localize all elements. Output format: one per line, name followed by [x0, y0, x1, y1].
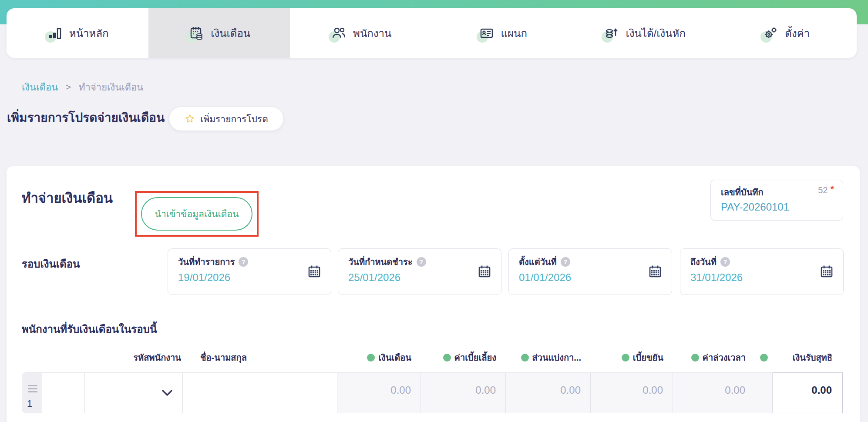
- col-net: เงินรับสุทธิ: [773, 349, 843, 366]
- col-overtime: ค่าล่วงเวลา: [673, 349, 755, 366]
- divider: [22, 246, 844, 246]
- help-icon[interactable]: ?: [417, 257, 426, 267]
- tab-home-label: หน้าหลัก: [69, 25, 109, 42]
- payroll-card-title: ทำจ่ายเงินเดือน: [22, 187, 113, 209]
- red-highlight-rectangle: นำเข้าข้อมูลเงินเดือน: [135, 191, 259, 237]
- calendar-icon[interactable]: [820, 265, 834, 278]
- add-favorite-button[interactable]: เพิ่มรายการโปรด: [169, 107, 284, 131]
- tab-payroll-label: เงินเดือน: [211, 25, 250, 42]
- required-asterisk: *: [830, 184, 834, 195]
- col-full-name: ชื่อ-นามสกุล: [183, 349, 337, 366]
- coins-arrow-icon: [603, 24, 620, 42]
- breadcrumb-parent-link[interactable]: เงินเดือน: [22, 80, 58, 95]
- id-card-icon: [478, 24, 495, 42]
- calendar-coins-icon: [188, 24, 205, 42]
- col-salary: เงินเดือน: [337, 349, 421, 366]
- divider: [22, 313, 844, 313]
- transaction-date-value[interactable]: 19/01/2026: [178, 271, 230, 284]
- col-code-extra: [42, 349, 85, 366]
- col-extra-dot: [755, 349, 773, 366]
- breadcrumb: เงินเดือน > ทำจ่ายเงินเดือน: [22, 80, 143, 95]
- row-cell-code-extra[interactable]: [42, 372, 85, 413]
- breadcrumb-current: ทำจ่ายเงินเดือน: [79, 80, 143, 95]
- row-cell-salary: 0.00: [337, 372, 421, 413]
- record-number-label: เลขที่บันทึก: [721, 185, 764, 199]
- row-cell-net: 0.00: [773, 372, 843, 413]
- row-cell-diligence: 0.00: [591, 372, 673, 413]
- start-date-value[interactable]: 01/01/2026: [519, 271, 571, 284]
- green-dot-icon: [691, 354, 699, 362]
- transaction-date-label: วันที่ทำรายการ: [178, 255, 235, 269]
- green-dot-icon: [622, 354, 629, 362]
- transaction-date-field[interactable]: วันที่ทำรายการ ? 19/01/2026: [168, 248, 331, 295]
- tab-settings[interactable]: ตั้งค่า: [715, 8, 857, 58]
- star-icon: [185, 114, 195, 124]
- col-allowance: ค่าเบี้ยเลี้ยง: [421, 349, 506, 366]
- tab-payroll[interactable]: เงินเดือน: [148, 8, 290, 58]
- tab-income-deductions[interactable]: เงินได้/เงินหัก: [573, 8, 715, 58]
- drag-handle-icon[interactable]: [28, 385, 37, 394]
- record-number-value[interactable]: PAY-20260101: [721, 201, 789, 213]
- bar-chart-icon: [46, 24, 64, 42]
- people-icon: [330, 24, 347, 42]
- row-cell-allowance: 0.00: [421, 372, 506, 413]
- tab-home[interactable]: หน้าหลัก: [7, 8, 148, 58]
- start-date-field[interactable]: ตั้งแต่วันที่ ? 01/01/2026: [508, 248, 672, 295]
- chevron-down-icon[interactable]: [161, 389, 173, 396]
- employees-table-header: รหัสพนักงาน ชื่อ-นามสกุล เงินเดือน ค่าเบ…: [22, 349, 843, 366]
- row-cell-extra: [755, 372, 773, 413]
- row-cell-revenue-share: 0.00: [506, 372, 591, 413]
- start-date-label: ตั้งแต่วันที่: [519, 255, 557, 269]
- col-employee-code: รหัสพนักงาน: [85, 349, 183, 366]
- end-date-label: ถึงวันที่: [690, 255, 717, 269]
- payroll-app-screen: หน้าหลัก เงินเดือน: [0, 0, 868, 422]
- help-icon[interactable]: ?: [239, 257, 248, 267]
- green-dot-icon: [367, 354, 375, 362]
- main-nav: หน้าหลัก เงินเดือน: [7, 8, 857, 58]
- tab-employees[interactable]: พนักงาน: [290, 8, 432, 58]
- row-cell-overtime: 0.00: [673, 372, 755, 413]
- tab-departments[interactable]: แผนก: [432, 8, 574, 58]
- tab-departments-label: แผนก: [501, 25, 527, 42]
- green-dot-icon: [760, 354, 768, 362]
- import-payroll-data-button[interactable]: นำเข้าข้อมูลเงินเดือน: [141, 197, 252, 231]
- col-handle: [22, 349, 42, 366]
- col-diligence: เบี้ยขยัน: [591, 349, 673, 366]
- due-date-label: วันที่กำหนดชำระ: [348, 255, 413, 269]
- tab-settings-label: ตั้งค่า: [785, 25, 810, 42]
- employees-section-title: พนักงานที่รับเงินเดือนในรอบนี้: [22, 321, 157, 338]
- help-icon[interactable]: ?: [720, 257, 730, 267]
- gears-icon: [762, 24, 779, 42]
- page-title: เพิ่มรายการโปรดจ่ายเงินเดือน: [7, 108, 165, 127]
- green-dot-icon: [521, 354, 529, 362]
- calendar-icon[interactable]: [478, 265, 491, 278]
- payroll-cycle-label: รอบเงินเดือน: [22, 255, 80, 272]
- record-number-counter: 52: [818, 185, 828, 195]
- end-date-value[interactable]: 31/01/2026: [690, 271, 743, 284]
- row-cell-employee-code-dropdown[interactable]: [85, 372, 183, 413]
- record-number-field: เลขที่บันทึก 52 * PAY-20260101: [710, 180, 843, 221]
- col-revenue-share: ส่วนแบ่งกา...: [506, 349, 591, 366]
- row-number: 1: [27, 398, 32, 409]
- end-date-field[interactable]: ถึงวันที่ ? 31/01/2026: [680, 248, 844, 295]
- tab-income-deductions-label: เงินได้/เงินหัก: [626, 25, 686, 42]
- due-date-value[interactable]: 25/01/2026: [348, 271, 400, 284]
- green-dot-icon: [443, 354, 451, 362]
- table-row: 1 0.00 0.00 0.00 0.00 0.00: [22, 372, 843, 413]
- add-favorite-label: เพิ่มรายการโปรด: [200, 112, 268, 126]
- payroll-card: ทำจ่ายเงินเดือน นำเข้าข้อมูลเงินเดือน เล…: [7, 166, 860, 422]
- calendar-icon[interactable]: [307, 265, 321, 278]
- breadcrumb-separator: >: [66, 82, 71, 92]
- row-cell-full-name[interactable]: [183, 372, 337, 413]
- help-icon[interactable]: ?: [561, 257, 570, 267]
- row-cell-handle: 1: [22, 372, 42, 413]
- tab-employees-label: พนักงาน: [353, 25, 391, 42]
- due-date-field[interactable]: วันที่กำหนดชำระ ? 25/01/2026: [338, 248, 501, 295]
- calendar-icon[interactable]: [648, 265, 662, 278]
